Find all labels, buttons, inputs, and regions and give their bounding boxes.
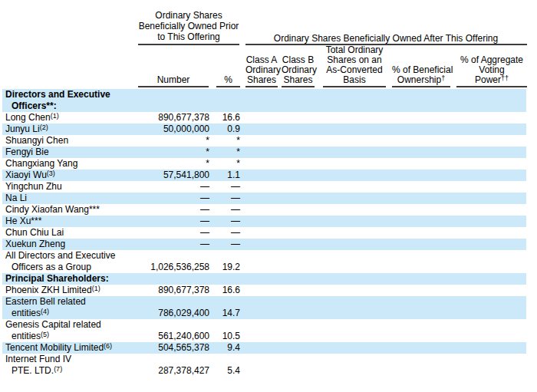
footnote-marker: (4) xyxy=(41,308,49,315)
after-offering-empty-cells xyxy=(240,135,526,147)
text-line: Shares xyxy=(245,75,278,85)
text-line: Tencent Mobility Limited(6) xyxy=(5,342,134,354)
after-offering-empty-cells xyxy=(240,250,526,273)
text-line: Ownership† xyxy=(392,75,450,85)
text-line: Long Chen(1) xyxy=(5,112,134,124)
after-offering-empty-cells xyxy=(240,124,526,135)
table-header: Ordinary Shares Beneficially Owned Prior… xyxy=(0,0,537,87)
table-row: Xuekun Zheng — — xyxy=(2,239,526,250)
column-header-beneficial: % of BeneficialOwnership† xyxy=(392,65,450,87)
after-offering-empty-cells xyxy=(240,89,526,112)
table-row: Cindy Xiaofan Wang*** — — xyxy=(2,204,526,216)
ownership-pct-cell: 14.7 xyxy=(209,296,240,319)
after-offering-empty-cells xyxy=(240,181,526,193)
shares-number-cell: 890,677,378 xyxy=(134,285,209,296)
ownership-pct-cell: — xyxy=(209,181,240,193)
column-header-voting: % of AggregateVotingPower†† xyxy=(456,55,527,87)
beneficial-ownership-document: Ordinary Shares Beneficially Owned Prior… xyxy=(0,0,537,392)
shares-number-cell xyxy=(134,273,209,285)
after-offering-empty-cells xyxy=(240,296,526,319)
table-row: Changxiang Yang * * xyxy=(2,158,526,170)
after-offering-empty-cells xyxy=(240,147,526,158)
shareholder-table: Ordinary Shares Beneficially Owned Prior… xyxy=(0,0,537,377)
after-offering-empty-cells xyxy=(240,227,526,239)
shares-number-cell: 561,240,600 xyxy=(134,319,209,342)
table-row: Yingchun Zhu — — xyxy=(2,181,526,193)
ownership-pct-cell xyxy=(209,273,240,285)
shares-number-cell: 50,000,000 xyxy=(134,124,209,135)
shareholder-name-cell: Chun Chiu Lai xyxy=(2,227,134,239)
shareholder-name-cell: He Xu*** xyxy=(2,216,134,227)
after-offering-empty-cells xyxy=(240,158,526,170)
shares-number-cell: 890,677,378 xyxy=(134,112,209,124)
shares-number-cell: 1,026,536,258 xyxy=(134,250,209,273)
shares-number-cell: — xyxy=(134,239,209,250)
table-row: Xiaoyi Wu(3) 57,541,800 1.1 xyxy=(2,170,526,181)
ownership-pct-cell: 16.6 xyxy=(209,112,240,124)
footnote-marker: (1) xyxy=(51,112,59,120)
text-line: Shuangyi Chen xyxy=(5,135,134,147)
after-offering-empty-cells xyxy=(240,285,526,296)
shareholder-name-cell: Na Li xyxy=(2,193,134,204)
ownership-pct-cell: 9.4 xyxy=(209,342,240,354)
after-offering-empty-cells xyxy=(240,342,526,354)
text-line: Na Li xyxy=(5,193,134,204)
shareholder-name-cell: Eastern Bell relatedentities(4) xyxy=(2,296,134,319)
column-header-class-b: Class BOrdinaryShares xyxy=(282,55,315,87)
table-row: Directors and ExecutiveOfficers**: xyxy=(2,89,526,112)
text-line: Genesis Capital related xyxy=(5,319,134,331)
shareholder-name-cell: Internet Fund IVPTE. LTD.(7) xyxy=(2,354,134,377)
ownership-pct-cell: 10.5 xyxy=(209,319,240,342)
shareholder-name-cell: Directors and ExecutiveOfficers**: xyxy=(2,89,134,112)
table-row: Long Chen(1) 890,677,378 16.6 xyxy=(2,112,526,124)
table-row: Principal Shareholders: xyxy=(2,273,526,285)
shareholder-name-cell: Yingchun Zhu xyxy=(2,181,134,193)
after-offering-empty-cells xyxy=(240,354,526,377)
ownership-pct-cell: — xyxy=(209,216,240,227)
footnote-marker: (6) xyxy=(104,342,112,350)
header-group-after-offering: Ordinary Shares Beneficially Owned After… xyxy=(259,33,512,44)
table-row: Internet Fund IVPTE. LTD.(7) 287,378,427… xyxy=(2,354,526,377)
ownership-pct-cell: * xyxy=(209,158,240,170)
table-row: All Directors and ExecutiveOfficers as a… xyxy=(2,250,526,273)
header-group-after-rule xyxy=(245,44,527,45)
table-row: Eastern Bell relatedentities(4) 786,029,… xyxy=(2,296,526,319)
column-header-total: Total OrdinaryShares on anAs-ConvertedBa… xyxy=(323,45,386,87)
shares-number-cell: — xyxy=(134,193,209,204)
header-group-prior-rule xyxy=(138,44,239,45)
text-line: entities(4) xyxy=(5,308,134,319)
shareholder-name-cell: Shuangyi Chen xyxy=(2,135,134,147)
footnote-marker: (7) xyxy=(54,365,62,373)
ownership-pct-cell xyxy=(209,89,240,112)
table-body: Directors and ExecutiveOfficers**: Long … xyxy=(0,89,537,377)
text-line: Directors and Executive xyxy=(5,89,134,100)
shareholder-name-cell: Genesis Capital relatedentities(5) xyxy=(2,319,134,342)
ownership-pct-cell: — xyxy=(209,193,240,204)
shares-number-cell: — xyxy=(134,216,209,227)
footnote-marker: (5) xyxy=(41,331,49,338)
after-offering-empty-cells xyxy=(240,170,526,181)
table-row: Phoenix ZKH Limited(1) 890,677,378 16.6 xyxy=(2,285,526,296)
shares-number-cell: * xyxy=(134,135,209,147)
footnote-marker: (3) xyxy=(47,170,55,177)
text-line: Power†† xyxy=(456,75,527,85)
ownership-pct-cell: 0.9 xyxy=(209,124,240,135)
shareholder-name-cell: Xuekun Zheng xyxy=(2,239,134,250)
ownership-pct-cell: * xyxy=(209,147,240,158)
after-offering-empty-cells xyxy=(240,216,526,227)
table-row: Fengyi Bie * * xyxy=(2,147,526,158)
table-row: Genesis Capital relatedentities(5) 561,2… xyxy=(2,319,526,342)
after-offering-empty-cells xyxy=(240,193,526,204)
ownership-pct-cell: * xyxy=(209,135,240,147)
text-line: PTE. LTD.(7) xyxy=(5,365,134,377)
footnote-marker: †† xyxy=(501,74,509,82)
text-line: Phoenix ZKH Limited(1) xyxy=(5,285,134,296)
shares-number-cell: 786,029,400 xyxy=(134,296,209,319)
header-group-prior-offering: Ordinary Shares Beneficially Owned Prior… xyxy=(129,10,249,42)
footnote-marker: † xyxy=(441,74,445,82)
footnote-marker: (1) xyxy=(92,285,100,292)
text-line: % xyxy=(216,75,240,85)
shares-number-cell: — xyxy=(134,204,209,216)
text-line: Xuekun Zheng xyxy=(5,239,134,250)
text-line: Changxiang Yang xyxy=(5,158,134,170)
